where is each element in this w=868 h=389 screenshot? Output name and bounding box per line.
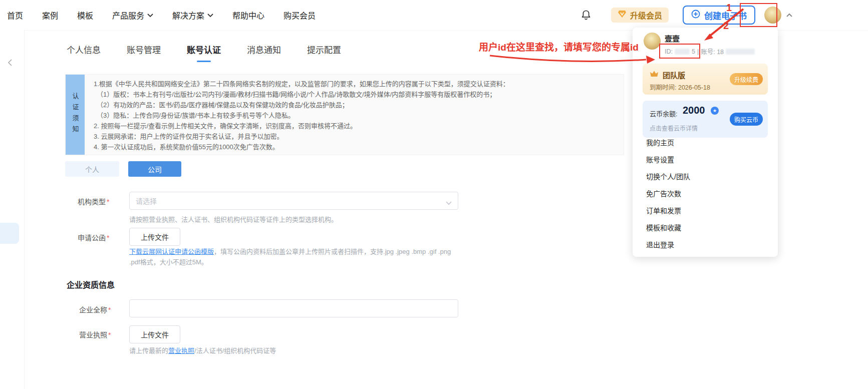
letter-note: 下载云展网认证申请公函模版，填写公函内资料后加盖公章并上传照片或者扫描件，支持.… [129, 246, 461, 267]
tab-personal-info[interactable]: 个人信息 [67, 43, 101, 62]
tab-account-verification[interactable]: 账号认证 [187, 43, 221, 62]
nav-link-buy-membership[interactable]: 购买会员 [283, 9, 316, 21]
nav-link-label: 首页 [7, 9, 23, 21]
upgrade-membership-label: 升级会员 [630, 9, 662, 21]
business-license-label: 营业执照* [79, 329, 111, 339]
enterprise-section-title: 企业资质信息 [67, 278, 115, 290]
plan-expire-date: 到期时间: 2026-05-18 [650, 82, 710, 92]
required-asterisk: * [108, 306, 111, 314]
coin-icon: ★ [711, 107, 719, 115]
chevron-left-icon[interactable] [8, 59, 13, 68]
nav-link-label: 案例 [42, 9, 58, 21]
coin-balance-label: 云币余额: [650, 109, 678, 118]
org-type-select[interactable]: 请选择 [129, 192, 458, 210]
annotation-step-2: 2 [723, 20, 729, 32]
nav-link-label: 购买会员 [283, 9, 316, 21]
notice-line: （3）隐私：上传合同/身份证/族谱/书本上有较多手机号等个人隐私。 [94, 110, 615, 121]
company-name-label: 企业全称* [79, 304, 111, 314]
plan-name: 团队版 [663, 70, 685, 80]
company-name-input[interactable] [129, 299, 458, 317]
required-asterisk: * [107, 234, 109, 242]
nav-link-help-center[interactable]: 帮助中心 [232, 9, 264, 21]
menu-item-ad-free-credits[interactable]: 免广告次数 [633, 185, 778, 202]
upgrade-membership-button[interactable]: 升级会员 [611, 8, 669, 23]
toggle-personal[interactable]: 个人 [65, 161, 119, 177]
account-prefix: 账号: 18 [701, 47, 724, 56]
annotation-red-box-user-id [659, 44, 700, 59]
required-asterisk: * [108, 331, 111, 339]
required-asterisk: * [107, 198, 109, 206]
menu-item-orders-invoices[interactable]: 订单和发票 [633, 202, 778, 219]
org-type-label: 机构类型* [78, 196, 109, 206]
notice-line: 1.根据《中华人民共和国网络安全法》第二十四条网络实名制的规定，以及监管部门的要… [94, 79, 615, 89]
renew-upgrade-button[interactable]: 升级续费 [730, 73, 763, 85]
chevron-up-icon[interactable] [786, 13, 793, 18]
notice-line: 4. 第一次认证成功后，系统奖励价值55元的1000次免广告次数。 [94, 142, 615, 152]
annotation-red-box-avatar [740, 3, 777, 27]
menu-item-logout[interactable]: 退出登录 [633, 236, 778, 253]
business-license-label-text: 营业执照 [79, 331, 107, 339]
tab-account-management[interactable]: 账号管理 [127, 43, 161, 62]
username: 壹壹 [665, 33, 680, 44]
vip-diamond-icon [618, 10, 627, 20]
letter-template-link[interactable]: 下载云展网认证申请公函模版 [129, 248, 214, 255]
chevron-down-icon [446, 199, 452, 207]
notice-line: （1）版权：书本上有刊号/出版社/公司内刊/漫画/教材/扫描书籍/网络小说/个人… [94, 89, 615, 100]
annotation-step-1: 1 [726, 2, 732, 14]
user-dropdown-panel: 壹壹 ID: 5 | 账号: 18 团队版 到期时间: 2026-05-18 升… [633, 28, 778, 257]
license-help-prefix: 请上传最新的 [129, 347, 168, 354]
upload-license-button[interactable]: 上传文件 [129, 325, 180, 343]
crown-icon [650, 70, 659, 79]
user-avatar [644, 33, 661, 50]
notice-line: 3. 云展网承诺：用户上传的证件仅用于实名认证，并且予以加密。 [94, 131, 615, 142]
nav-link-label: 模板 [77, 9, 93, 21]
account-number-blurred [726, 49, 755, 55]
chevron-down-icon [207, 11, 213, 20]
collapsed-sidebar [0, 30, 25, 389]
license-help-rest: /法人证书/组织机构代码证等 [194, 347, 276, 354]
notice-line: 2. 按照每一栏提示/查看示例上传相关文件，确保文字清晰，识别度高，否则审核将不… [94, 121, 615, 131]
notice-body: 1.根据《中华人民共和国网络安全法》第二十四条网络实名制的规定，以及监管部门的要… [85, 75, 624, 155]
license-help: 请上传最新的营业执照/法人证书/组织机构代码证等 [129, 345, 276, 355]
menu-item-templates-favorites[interactable]: 模板和收藏 [633, 219, 778, 236]
nav-link-cases[interactable]: 案例 [42, 9, 58, 21]
org-type-label-text: 机构类型 [78, 198, 106, 206]
license-help-link[interactable]: 营业执照 [168, 347, 194, 354]
tab-prompt-settings[interactable]: 提示配置 [307, 43, 341, 62]
buy-coins-button[interactable]: 购买云币 [730, 113, 763, 126]
settings-tabs: 个人信息 账号管理 账号认证 消息通知 提示配置 [67, 43, 341, 62]
nav-link-templates[interactable]: 模板 [77, 9, 93, 21]
verification-notice-box: 认证须知 1.根据《中华人民共和国网络安全法》第二十四条网络实名制的规定，以及监… [65, 74, 624, 155]
tab-message-notifications[interactable]: 消息通知 [247, 43, 281, 62]
user-menu-list: 我的主页 账号设置 切换个人/团队 免广告次数 订单和发票 模板和收藏 退出登录 [633, 134, 778, 253]
menu-item-switch-personal-team[interactable]: 切换个人/团队 [633, 168, 778, 185]
circle-plus-icon [691, 10, 700, 21]
application-letter-label: 申请公函* [78, 232, 109, 242]
application-letter-label-text: 申请公函 [78, 234, 106, 242]
coin-detail-link[interactable]: 点击查看云币详情 [650, 124, 698, 132]
team-plan-card: 团队版 到期时间: 2026-05-18 升级续费 [643, 64, 768, 95]
coin-balance-amount: 2000 [683, 105, 705, 116]
chevron-down-icon [147, 11, 153, 20]
nav-link-solutions[interactable]: 解决方案 [172, 9, 213, 21]
top-navbar: 首页 案例 模板 产品服务 解决方案 帮助中心 购买会员 升级会员 [0, 0, 868, 31]
nav-link-label: 产品服务 [112, 9, 144, 21]
annotation-tip-text: 用户id在这里查找，请填写您的专属id [479, 40, 639, 53]
org-type-help: 请按照营业执照、法人证书、组织机构代码证等证件上的类型选择机构。 [129, 214, 338, 224]
notification-bell-icon[interactable] [580, 9, 592, 21]
nav-link-label: 帮助中心 [232, 9, 264, 21]
company-name-label-text: 企业全称 [79, 306, 107, 314]
toggle-company[interactable]: 公司 [128, 161, 181, 177]
nav-link-label: 解决方案 [172, 9, 204, 21]
nav-link-products[interactable]: 产品服务 [112, 9, 153, 21]
notice-line: （2）有功效的产品：医书/药品/医疗器械/保健品以及有保健功效的食品/化妆品护肤… [94, 100, 615, 110]
menu-item-my-homepage[interactable]: 我的主页 [633, 134, 778, 151]
upload-letter-button[interactable]: 上传文件 [129, 228, 180, 246]
sidebar-active-indicator[interactable] [0, 223, 19, 244]
nav-links: 首页 案例 模板 产品服务 解决方案 帮助中心 购买会员 [7, 0, 316, 30]
org-type-placeholder: 请选择 [136, 196, 157, 206]
notice-side-label: 认证须知 [66, 75, 85, 155]
nav-link-home[interactable]: 首页 [7, 9, 23, 21]
cloud-coin-card: 云币余额: 2000 ★ 点击查看云币详情 购买云币 [643, 101, 768, 138]
menu-item-account-settings[interactable]: 账号设置 [633, 151, 778, 168]
